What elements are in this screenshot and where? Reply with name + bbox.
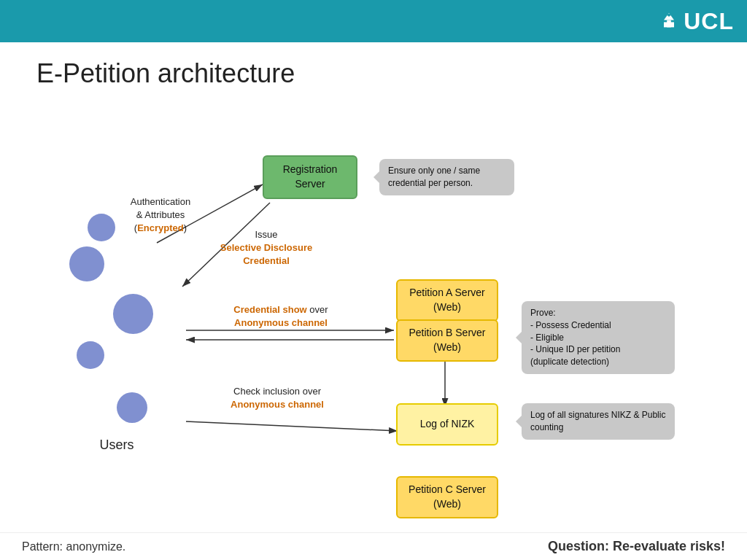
petition-c-box: Petition C Server(Web): [396, 476, 498, 518]
log-bubble-text: Log of all signatures NIKZ & Public coun…: [530, 410, 665, 432]
registration-bubble-text: Ensure only one / same credential per pe…: [388, 166, 480, 188]
ucl-logo: UCL: [659, 8, 734, 35]
log-nizk-box: Log of NIZK: [396, 403, 498, 446]
bottom-bar: Pattern: anonymize. Question: Re-evaluat…: [0, 532, 747, 560]
user-circle-3: [113, 294, 153, 334]
question-text: Question: Re-evaluate risks!: [548, 539, 725, 554]
user-circle-2: [69, 246, 104, 281]
petition-prove-text: Prove:- Possess Credential- Eligible- Un…: [530, 308, 620, 367]
svg-rect-1: [664, 22, 674, 27]
registration-bubble: Ensure only one / same credential per pe…: [379, 159, 514, 195]
svg-line-11: [186, 421, 398, 431]
svg-point-3: [667, 14, 670, 17]
petition-b-box: Petition B Server(Web): [396, 319, 498, 362]
log-bubble: Log of all signatures NIKZ & Public coun…: [522, 403, 675, 440]
ucl-logo-text: UCL: [684, 8, 734, 35]
user-circle-5: [117, 392, 147, 423]
credential-show-label: Credential show over Anonymous channel: [212, 303, 350, 330]
pattern-text: Pattern: anonymize.: [22, 540, 125, 553]
registration-server-box: RegistrationServer: [263, 155, 357, 199]
main-content: E-Petition architecture: [0, 42, 747, 560]
diagram: Users RegistrationServer Ensure only one…: [0, 101, 747, 531]
page-title: E-Petition architecture: [36, 58, 295, 89]
petition-a-box: Petition A Server(Web): [396, 279, 498, 322]
petition-b-label: Petition B Server(Web): [409, 326, 485, 354]
auth-label: Authentication& Attributes(Encrypted): [109, 195, 212, 236]
encrypted-label: Encrypted: [137, 222, 184, 233]
issue-label: Issue Selective DisclosureCredential: [212, 228, 321, 268]
sdc-label: Selective DisclosureCredential: [220, 242, 312, 266]
check-inclusion-label: Check inclusion over Anonymous channel: [208, 385, 347, 411]
petition-c-label: Petition C Server(Web): [409, 483, 486, 511]
header-bar: UCL: [0, 0, 747, 42]
log-nizk-label: Log of NIZK: [420, 417, 475, 432]
petition-a-label: Petition A Server(Web): [409, 286, 485, 314]
users-label: Users: [73, 436, 160, 454]
petition-prove-bubble: Prove:- Possess Credential- Eligible- Un…: [522, 301, 675, 374]
registration-server-label: RegistrationServer: [283, 163, 338, 191]
user-circle-4: [77, 341, 104, 369]
